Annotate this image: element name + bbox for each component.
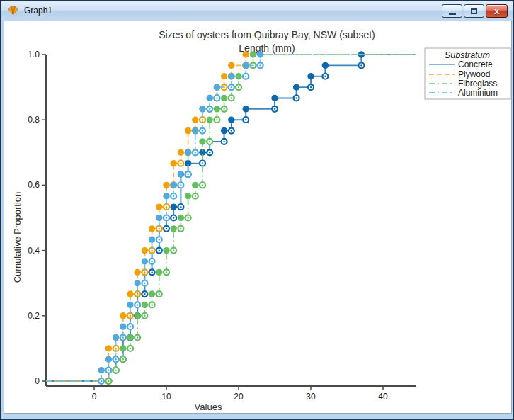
svg-text:30: 30 xyxy=(306,392,316,402)
restore-button[interactable] xyxy=(464,4,484,18)
svg-text:Values: Values xyxy=(195,402,222,412)
legend-label-fibreglass: Fibreglass xyxy=(458,79,497,89)
svg-text:0.8: 0.8 xyxy=(28,115,40,125)
ecdf-chart: Sizes of oysters from Quibray Bay, NSW (… xyxy=(4,21,511,413)
close-button[interactable]: x xyxy=(486,4,508,18)
close-icon: x xyxy=(494,7,499,16)
svg-text:10: 10 xyxy=(161,392,171,402)
graph-canvas: Sizes of oysters from Quibray Bay, NSW (… xyxy=(4,21,512,414)
window-title: Graph1 xyxy=(24,6,52,16)
svg-text:0: 0 xyxy=(35,376,40,386)
minimize-button[interactable] xyxy=(442,4,462,18)
svg-text:Sizes of oysters from Quibray: Sizes of oysters from Quibray Bay, NSW (… xyxy=(159,29,375,40)
axes: 01020304000.20.40.60.81.0ValuesCumulativ… xyxy=(12,50,416,412)
svg-text:0.4: 0.4 xyxy=(28,246,40,256)
chart-titles: Sizes of oysters from Quibray Bay, NSW (… xyxy=(159,29,375,54)
series-fibreglass xyxy=(46,51,416,384)
legend-title: Substratum xyxy=(445,50,490,60)
title-bar[interactable]: Graph1 x xyxy=(1,1,513,21)
legend-label-concrete: Concrete xyxy=(458,59,493,69)
legend-label-plywood: Plywood xyxy=(458,69,490,79)
svg-text:1.0: 1.0 xyxy=(28,50,40,59)
minimize-icon xyxy=(449,13,456,15)
svg-text:40: 40 xyxy=(378,392,388,402)
svg-text:0.2: 0.2 xyxy=(28,311,40,321)
restore-icon xyxy=(471,8,477,14)
app-icon xyxy=(7,5,19,16)
svg-text:0.6: 0.6 xyxy=(28,180,40,190)
graph-window: Graph1 x Sizes of oysters from Quibray B… xyxy=(0,0,514,420)
legend: SubstratumConcretePlywoodFibreglassAlumi… xyxy=(425,48,510,99)
svg-text:0: 0 xyxy=(92,392,97,402)
svg-text:Cumulative Proportion: Cumulative Proportion xyxy=(12,192,23,283)
svg-text:20: 20 xyxy=(234,392,244,402)
legend-label-aluminium: Aluminium xyxy=(458,88,498,98)
